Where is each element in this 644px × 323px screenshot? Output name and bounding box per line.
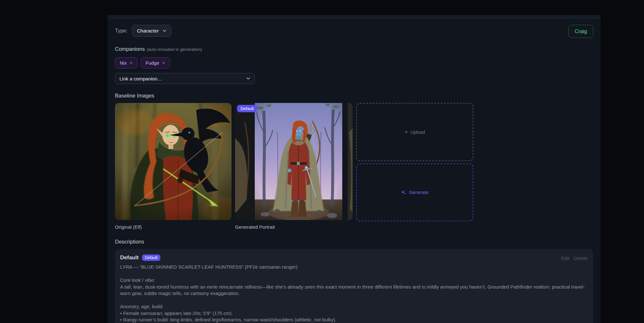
description-card: Default Default Edit Delete LYRA — “BLUE… bbox=[115, 249, 593, 323]
type-select-value: Character bbox=[137, 28, 159, 34]
main-panel: Craig Type: Character Companions(auto-in… bbox=[108, 15, 601, 323]
descriptions-title: Descriptions bbox=[115, 239, 593, 245]
chevron-down-icon bbox=[246, 77, 250, 80]
link-companion-placeholder: Link a companion... bbox=[119, 76, 161, 81]
type-select[interactable]: Character bbox=[132, 25, 171, 37]
original-image-caption: Original (Elf) bbox=[115, 224, 235, 230]
original-image[interactable] bbox=[115, 103, 232, 220]
companions-title-text: Companions bbox=[115, 46, 145, 52]
companion-tag-fudge[interactable]: Fudge × bbox=[141, 57, 170, 69]
upload-dropzone[interactable]: + Upload bbox=[356, 103, 473, 161]
generate-label: Generate bbox=[409, 190, 428, 195]
companions-hint: (auto-included in generation) bbox=[147, 47, 202, 52]
companion-tag-label: Nix bbox=[120, 60, 127, 66]
description-line: • Rangy runner’s build: long limbs, defi… bbox=[120, 317, 588, 323]
description-line: LYRA — “BLUE-SKINNED SCARLET-LEAF HUNTRE… bbox=[120, 264, 588, 271]
account-button[interactable]: Craig bbox=[568, 25, 593, 38]
plus-icon: + bbox=[404, 129, 408, 135]
upload-label: Upload bbox=[410, 130, 425, 135]
description-text: LYRA — “BLUE-SKINNED SCARLET-LEAF HUNTRE… bbox=[120, 264, 588, 323]
carousel-next-slide[interactable] bbox=[343, 103, 353, 220]
delete-description-button[interactable]: Delete bbox=[574, 255, 588, 261]
carousel-prev-slide[interactable] bbox=[235, 103, 254, 220]
companions-title: Companions(auto-included in generation) bbox=[115, 46, 593, 52]
description-default-badge: Default bbox=[142, 254, 161, 261]
companion-tag-label: Fudge bbox=[146, 60, 159, 66]
description-line: • Female samsaran; appears late-20s; 5'9… bbox=[120, 310, 588, 317]
description-name: Default bbox=[120, 254, 139, 261]
panel-top-strip bbox=[108, 15, 601, 19]
generated-image-caption: Generated Portrait bbox=[235, 224, 275, 230]
chevron-down-icon bbox=[163, 30, 166, 32]
description-line: A tall, lean, dusk-toned huntress with a… bbox=[120, 284, 588, 297]
generated-portrait-artwork bbox=[255, 103, 342, 220]
description-line: Ancestry, age, build: bbox=[120, 303, 588, 310]
generate-button[interactable]: Generate bbox=[356, 163, 473, 221]
remove-companion-icon[interactable]: × bbox=[162, 60, 165, 66]
companion-tag-nix[interactable]: Nix × bbox=[115, 57, 137, 69]
description-line bbox=[120, 271, 588, 277]
default-image-badge: Default bbox=[237, 105, 257, 112]
sparkles-icon bbox=[401, 190, 406, 195]
edit-description-button[interactable]: Edit bbox=[561, 255, 570, 261]
description-line: Core look / vibe: bbox=[120, 277, 588, 284]
generated-portrait-carousel[interactable]: Default bbox=[235, 103, 353, 220]
description-line bbox=[120, 297, 588, 304]
baseline-images-title: Baseline Images bbox=[115, 93, 593, 99]
remove-companion-icon[interactable]: × bbox=[130, 60, 133, 66]
type-label: Type: bbox=[115, 28, 128, 34]
original-elf-artwork bbox=[115, 103, 232, 220]
link-companion-select[interactable]: Link a companion... bbox=[115, 73, 255, 84]
